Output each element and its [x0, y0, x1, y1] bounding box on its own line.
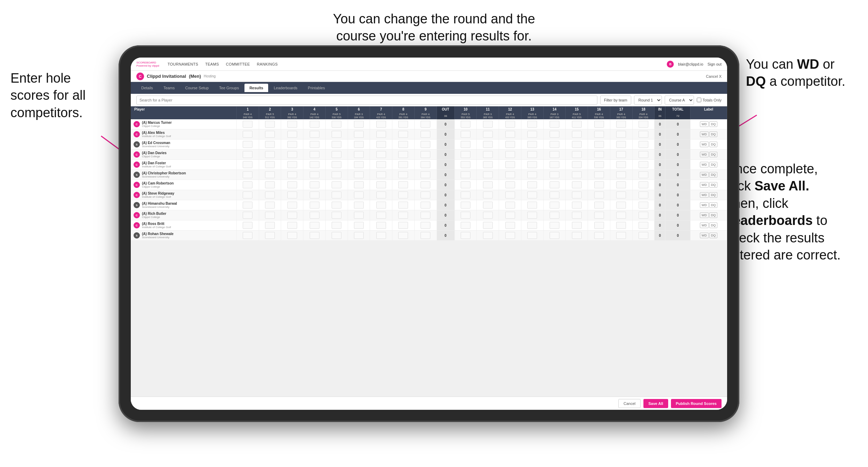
hole-15-input-player-3[interactable]: [572, 151, 582, 158]
hole-5-input-player-7[interactable]: [332, 191, 341, 198]
dq-button[interactable]: DQ: [709, 121, 718, 127]
hole-2-input-player-9[interactable]: [265, 212, 275, 219]
hole-5-input-player-1[interactable]: [332, 131, 341, 138]
hole-7-input-player-7[interactable]: [376, 191, 386, 198]
hole-3-input-player-9[interactable]: [287, 212, 297, 219]
hole-18-input-player-1[interactable]: [639, 131, 648, 138]
hole-3-input-player-5[interactable]: [287, 171, 297, 178]
hole-3-input-player-10[interactable]: [287, 222, 297, 229]
hole-14-input-player-0[interactable]: [550, 121, 559, 128]
hole-8-input-player-1[interactable]: [398, 131, 408, 138]
hole-9-input-player-4[interactable]: [421, 161, 430, 168]
hole-8-input-player-7[interactable]: [398, 191, 408, 198]
hole-10-input-player-11[interactable]: [461, 232, 470, 239]
hole-6-input-player-11[interactable]: [354, 232, 364, 239]
hole-6-input-player-0[interactable]: [354, 121, 364, 128]
hole-16-input-player-8[interactable]: [594, 202, 604, 209]
hole-15-input-player-8[interactable]: [572, 202, 582, 209]
hole-9-input-player-8[interactable]: [421, 202, 430, 209]
hole-14-input-player-11[interactable]: [550, 232, 559, 239]
hole-12-input-player-9[interactable]: [505, 212, 515, 219]
hole-16-input-player-9[interactable]: [594, 212, 604, 219]
hole-9-input-player-11[interactable]: [421, 232, 430, 239]
tab-teams[interactable]: Teams: [159, 84, 180, 92]
hole-16-input-player-2[interactable]: [594, 141, 604, 148]
hole-13-input-player-7[interactable]: [527, 191, 537, 198]
nav-tournaments[interactable]: TOURNAMENTS: [167, 62, 198, 66]
hole-9-input-player-0[interactable]: [421, 121, 430, 128]
hole-14-input-player-9[interactable]: [550, 212, 559, 219]
hole-15-input-player-10[interactable]: [572, 222, 582, 229]
hole-2-input-player-11[interactable]: [265, 232, 275, 239]
hole-5-input-player-10[interactable]: [332, 222, 341, 229]
hole-14-input-player-7[interactable]: [550, 191, 559, 198]
tab-leaderboards[interactable]: Leaderboards: [269, 84, 302, 92]
hole-8-input-player-8[interactable]: [398, 202, 408, 209]
dq-button[interactable]: DQ: [709, 152, 718, 157]
hole-7-input-player-4[interactable]: [376, 161, 386, 168]
hole-2-input-player-10[interactable]: [265, 222, 275, 229]
hole-9-input-player-5[interactable]: [421, 171, 430, 178]
hole-14-input-player-1[interactable]: [550, 131, 559, 138]
hole-5-input-player-6[interactable]: [332, 181, 341, 188]
hole-13-input-player-5[interactable]: [527, 171, 537, 178]
hole-11-input-player-10[interactable]: [483, 222, 493, 229]
hole-4-input-player-7[interactable]: [310, 191, 319, 198]
hole-15-input-player-2[interactable]: [572, 141, 582, 148]
hole-13-input-player-11[interactable]: [527, 232, 537, 239]
hole-5-input-player-8[interactable]: [332, 202, 341, 209]
hole-2-input-player-0[interactable]: [265, 121, 275, 128]
hole-15-input-player-1[interactable]: [572, 131, 582, 138]
hole-10-input-player-7[interactable]: [461, 191, 470, 198]
hole-3-input-player-1[interactable]: [287, 131, 297, 138]
dq-button[interactable]: DQ: [709, 131, 718, 137]
hole-15-input-player-4[interactable]: [572, 161, 582, 168]
hole-4-input-player-8[interactable]: [310, 202, 319, 209]
hole-8-input-player-11[interactable]: [398, 232, 408, 239]
hole-18-input-player-2[interactable]: [639, 141, 648, 148]
hole-2-input-player-8[interactable]: [265, 202, 275, 209]
hole-10-input-player-4[interactable]: [461, 161, 470, 168]
hole-13-input-player-6[interactable]: [527, 181, 537, 188]
hole-9-input-player-1[interactable]: [421, 131, 430, 138]
hole-6-input-player-9[interactable]: [354, 212, 364, 219]
hole-5-input-player-2[interactable]: [332, 141, 341, 148]
hole-2-input-player-6[interactable]: [265, 181, 275, 188]
hole-7-input-player-1[interactable]: [376, 131, 386, 138]
wd-button[interactable]: WD: [700, 131, 709, 137]
hole-7-input-player-5[interactable]: [376, 171, 386, 178]
hole-16-input-player-6[interactable]: [594, 181, 604, 188]
hole-11-input-player-7[interactable]: [483, 191, 493, 198]
hole-15-input-player-11[interactable]: [572, 232, 582, 239]
hole-4-input-player-5[interactable]: [310, 171, 319, 178]
hole-17-input-player-2[interactable]: [616, 141, 626, 148]
hole-6-input-player-5[interactable]: [354, 171, 364, 178]
hole-10-input-player-0[interactable]: [461, 121, 470, 128]
hole-8-input-player-10[interactable]: [398, 222, 408, 229]
hole-13-input-player-3[interactable]: [527, 151, 537, 158]
hole-10-input-player-1[interactable]: [461, 131, 470, 138]
hole-1-input-player-4[interactable]: [243, 161, 252, 168]
hole-8-input-player-9[interactable]: [398, 212, 408, 219]
hole-3-input-player-7[interactable]: [287, 191, 297, 198]
wd-button[interactable]: WD: [700, 182, 709, 188]
hole-10-input-player-10[interactable]: [461, 222, 470, 229]
hole-4-input-player-1[interactable]: [310, 131, 319, 138]
tab-course-setup[interactable]: Course Setup: [180, 84, 213, 92]
wd-button[interactable]: WD: [700, 212, 709, 218]
hole-14-input-player-10[interactable]: [550, 222, 559, 229]
hole-9-input-player-3[interactable]: [421, 151, 430, 158]
dq-button[interactable]: DQ: [709, 162, 718, 167]
hole-11-input-player-6[interactable]: [483, 181, 493, 188]
hole-3-input-player-11[interactable]: [287, 232, 297, 239]
hole-5-input-player-4[interactable]: [332, 161, 341, 168]
hole-6-input-player-3[interactable]: [354, 151, 364, 158]
dq-button[interactable]: DQ: [709, 212, 718, 218]
hole-6-input-player-4[interactable]: [354, 161, 364, 168]
hole-18-input-player-3[interactable]: [639, 151, 648, 158]
hole-18-input-player-5[interactable]: [639, 171, 648, 178]
hole-12-input-player-10[interactable]: [505, 222, 515, 229]
hole-14-input-player-8[interactable]: [550, 202, 559, 209]
hole-8-input-player-4[interactable]: [398, 161, 408, 168]
hole-18-input-player-6[interactable]: [639, 181, 648, 188]
